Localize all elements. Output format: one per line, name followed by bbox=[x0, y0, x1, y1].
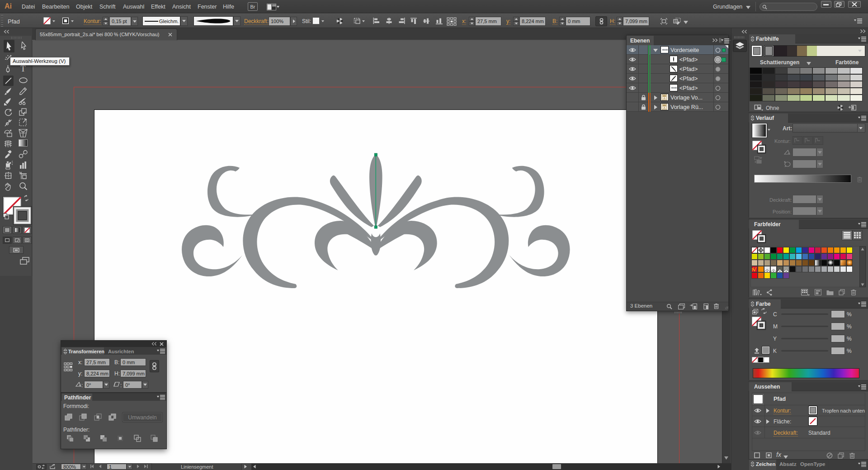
svg-text:T: T bbox=[21, 65, 26, 73]
